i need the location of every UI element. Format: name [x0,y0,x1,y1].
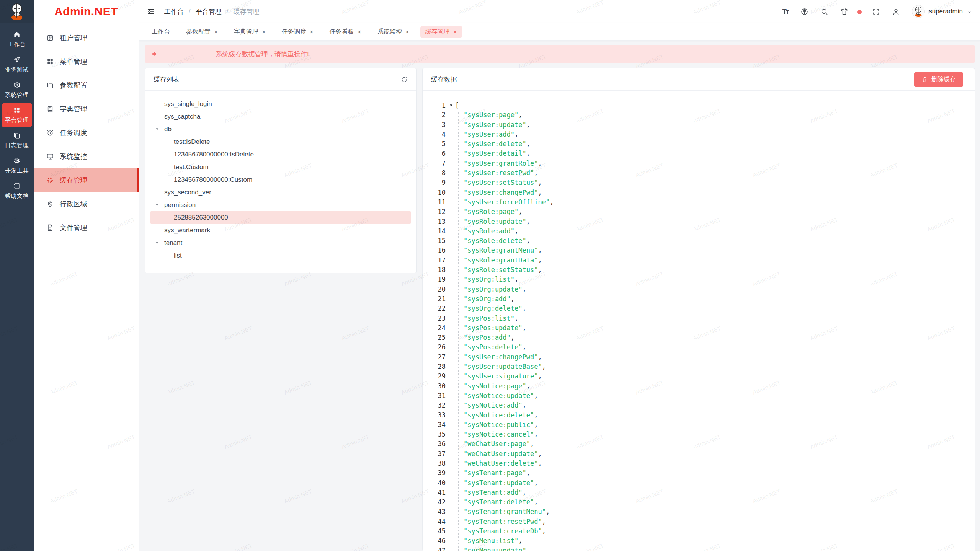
breadcrumb-item[interactable]: 工作台 [164,7,184,16]
user-menu[interactable]: superadmin [912,5,972,18]
tree-caret-icon[interactable] [153,127,161,131]
topbar: 工作台/平台管理/缓存管理 TTsuperadmin [139,0,980,23]
watermark-text: Admin.NET [341,325,371,341]
tab-5[interactable]: 任务看板× [325,26,366,38]
code-content: "sysTenant:delete", [446,497,538,507]
tree-node[interactable]: tenant [150,236,411,249]
refresh-icon[interactable] [401,76,408,83]
fold-caret-icon[interactable] [449,103,453,108]
menu-item-monitor[interactable]: 系统监控 [34,145,139,168]
json-comma: , [526,121,530,129]
breadcrumb-item[interactable]: 平台管理 [196,7,222,16]
font-size-icon[interactable]: TT [782,8,789,16]
menu-item-region[interactable]: 行政区域 [34,192,139,216]
delete-cache-button[interactable]: 删除缓存 [914,72,963,87]
tree-node[interactable]: test:IsDelete [150,135,411,148]
rail-item-dev-tools[interactable]: 开发工具 [2,153,32,178]
code-line: 28"sysUser:updateBase", [423,362,975,372]
menu-item-dict[interactable]: 字典管理 [34,97,139,121]
tab-close-icon[interactable]: × [405,29,409,35]
menu-item-tenant[interactable]: 租户管理 [34,26,139,50]
json-string: "sysTenant:update" [464,479,534,487]
tree-node[interactable]: test:Custom [150,161,411,173]
tree-node-label: db [164,126,172,133]
menu-item-menu[interactable]: 菜单管理 [34,50,139,73]
alarm-icon [46,129,54,137]
line-number: 22 [423,304,446,313]
tree-node[interactable]: 123456780000000:IsDelete [150,148,411,161]
tree-node[interactable]: 123456780000000:Custom [150,173,411,186]
code-line: 13"sysRole:update", [423,217,975,227]
tab-3[interactable]: 字典管理× [229,26,271,38]
fullscreen-icon[interactable] [872,8,880,16]
theme-icon[interactable] [840,8,848,16]
language-icon[interactable] [800,8,808,16]
menu-item-label: 行政区域 [60,199,87,209]
rail-item-platform[interactable]: 平台管理 [2,103,32,127]
tree-node[interactable]: list [150,249,411,262]
line-number: 42 [423,497,446,507]
rail-item-workbench[interactable]: 工作台 [2,27,32,52]
line-number: 23 [423,314,446,323]
json-string: "sysUser:forceOffline" [464,198,550,206]
tree-node[interactable]: sys_single_login [150,98,411,110]
app-logo[interactable] [0,0,34,23]
menu-item-cache[interactable]: 缓存管理 [34,168,139,192]
rail-item-biz-test[interactable]: 业务测试 [2,52,32,77]
json-comma: , [523,489,526,496]
json-comma: , [550,198,554,206]
tab-1[interactable]: 工作台 [147,26,175,38]
line-number: 37 [423,449,446,459]
tree-node[interactable]: permission [150,199,411,211]
line-number: 31 [423,391,446,401]
json-string: "sysUser:resetPwd" [464,169,534,177]
code-content: "sysRole:add", [446,227,518,236]
tree-caret-icon[interactable] [153,203,161,207]
watermark-text: Admin.NET [283,379,313,396]
code-content: "sysUser:page", [446,110,523,120]
profile-icon[interactable] [892,8,900,16]
json-comma: , [546,508,550,515]
tree-node[interactable]: sys_second_ver [150,186,411,199]
menu-fold-icon[interactable] [147,7,155,16]
code-line: 18"sysRole:setStatus", [423,265,975,275]
tab-close-icon[interactable]: × [453,29,457,35]
rail-item-logs[interactable]: 日志管理 [2,128,32,153]
tab-4[interactable]: 任务调度× [277,26,318,38]
tab-close-icon[interactable]: × [214,29,218,35]
tab-close-icon[interactable]: × [310,29,314,35]
menu-item-job[interactable]: 任务调度 [34,121,139,145]
code-line: 16"sysRole:grantMenu", [423,246,975,255]
search-icon[interactable] [820,8,828,16]
tab-2[interactable]: 参数配置× [181,26,223,38]
menu-item-config[interactable]: 参数配置 [34,73,139,97]
tab-6[interactable]: 系统监控× [372,26,414,38]
code-line: 36"weChatUser:page", [423,439,975,449]
code-line: 26"sysPos:delete", [423,342,975,352]
json-comma: , [514,227,518,235]
code-line: 11"sysUser:forceOffline", [423,197,975,207]
rail-item-help-docs[interactable]: 帮助文档 [2,179,32,203]
line-number: 39 [423,468,446,478]
tree-node-label: test:IsDelete [174,138,210,146]
watermark-text: Admin.NET [224,542,253,551]
code-line: 1[ [423,101,975,110]
rail-item-system[interactable]: 系统管理 [2,78,32,102]
code-content: "sysRole:grantMenu", [446,246,542,255]
tab-close-icon[interactable]: × [262,29,266,35]
code-line: 10"sysUser:changePwd", [423,188,975,197]
tree-caret-icon[interactable] [153,241,161,245]
json-editor[interactable]: 1[2"sysUser:page",3"sysUser:update",4"sy… [423,91,975,551]
tab-7[interactable]: 缓存管理× [420,26,462,38]
tree-node[interactable]: sys_captcha [150,110,411,123]
menu-item-file[interactable]: 文件管理 [34,216,139,240]
breadcrumb: 工作台/平台管理/缓存管理 [164,7,259,16]
json-string: "sysUser:update" [464,121,526,129]
tree-node-selected[interactable]: 252885263000000 [150,211,411,224]
tree-node[interactable]: sys_wartermark [150,224,411,236]
tree-node[interactable]: db [150,123,411,135]
code-line: 5"sysUser:delete", [423,139,975,149]
chevron-down-icon [967,9,972,15]
tab-close-icon[interactable]: × [358,29,361,35]
secondary-sidebar: Admin.NET 租户管理菜单管理参数配置字典管理任务调度系统监控缓存管理行政… [34,0,139,551]
